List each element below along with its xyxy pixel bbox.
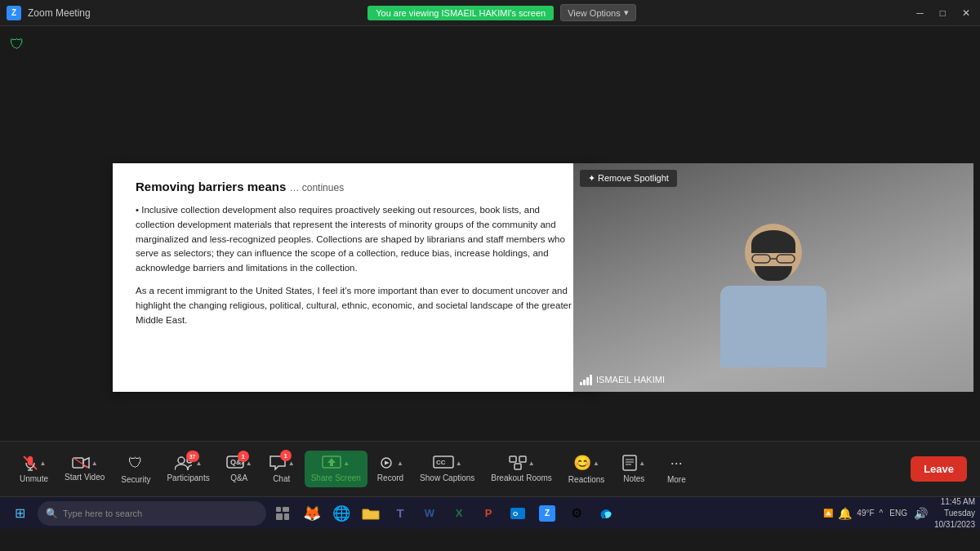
notes-button[interactable]: ▲ Notes: [614, 450, 653, 488]
slide-title: Removing barriers means … continues: [136, 180, 576, 193]
record-chevron-icon[interactable]: ▲: [397, 460, 403, 467]
slide-continues-text: … continues: [289, 182, 344, 193]
taskbar-apps: 🦊 🌐 T W X P O Z ⚙: [299, 500, 820, 527]
taskbar-search-icon: 🔍: [46, 508, 58, 519]
windows-logo-icon: ⊞: [15, 505, 25, 521]
clock-time: 11:45 AM: [934, 496, 975, 508]
qa-icon: Q&A 1: [226, 455, 244, 470]
participants-icon-area: 37 ▲: [175, 455, 203, 470]
chat-button[interactable]: 1 ▲ Chat: [262, 450, 301, 488]
system-tray: 🔼 🔔 49°F ^: [823, 507, 883, 520]
video-label: Start Video: [65, 473, 105, 482]
powerpoint-app[interactable]: P: [475, 500, 501, 527]
speaker-name-text: ISMAEIL HAKIMI: [596, 375, 665, 384]
record-label: Record: [377, 473, 403, 482]
outlook-app[interactable]: O: [505, 500, 531, 527]
chrome-app[interactable]: 🌐: [328, 500, 354, 527]
notes-icon: [622, 455, 637, 471]
camera-icon: [72, 456, 90, 469]
captions-chevron-icon[interactable]: ▲: [456, 460, 462, 467]
notes-chevron-icon[interactable]: ▲: [639, 460, 645, 467]
more-button[interactable]: ··· More: [657, 450, 696, 489]
qa-button[interactable]: Q&A 1 ▲ Q&A: [220, 451, 259, 487]
language-indicator[interactable]: ENG: [889, 509, 907, 518]
participants-icon: 37: [175, 455, 194, 470]
svg-text:CC: CC: [436, 459, 446, 466]
svg-rect-26: [276, 507, 281, 512]
tray-arrow[interactable]: 🔼: [823, 509, 833, 518]
tray-weather-chevron[interactable]: ^: [880, 509, 884, 518]
firefox-app[interactable]: 🦊: [299, 500, 325, 527]
chat-chevron-icon[interactable]: ▲: [288, 460, 295, 467]
security-button[interactable]: 🛡 Security: [114, 450, 157, 489]
speaker-name-label: ISMAEIL HAKIMI: [580, 374, 665, 385]
taskbar-search-box[interactable]: 🔍 Type here to search: [38, 501, 266, 526]
person-head: [745, 224, 802, 281]
share-screen-icon: [322, 455, 341, 470]
person-body: [720, 286, 826, 367]
close-button[interactable]: ✕: [959, 7, 973, 19]
view-options-label: View Options: [568, 8, 621, 18]
reactions-chevron-icon[interactable]: ▲: [593, 460, 599, 467]
security-label: Security: [121, 475, 150, 484]
temperature-display: 49°F: [857, 509, 874, 518]
participants-button[interactable]: 37 ▲ Participants: [160, 451, 216, 487]
start-video-button[interactable]: ▲ Start Video: [58, 451, 111, 487]
share-screen-button[interactable]: ▲ Share Screen: [305, 451, 368, 487]
svg-rect-19: [510, 456, 516, 462]
breakout-rooms-button[interactable]: ▲ Breakout Rooms: [484, 451, 558, 487]
breakout-rooms-icon: [509, 455, 527, 470]
view-options-button[interactable]: View Options ▾: [560, 4, 636, 21]
unmute-button[interactable]: ▲ Unmute: [13, 450, 55, 488]
unmute-icon-area: ▲: [22, 455, 47, 471]
speaker-video: ISMAEIL HAKIMI: [573, 163, 973, 392]
svg-rect-0: [752, 255, 770, 263]
app-title: Zoom Meeting: [28, 7, 91, 19]
share-icon-area: ▲: [322, 455, 350, 470]
slide-title-text: Removing barriers means: [136, 180, 286, 193]
excel-app[interactable]: X: [446, 500, 472, 527]
edge-app[interactable]: [593, 500, 619, 527]
svg-rect-1: [777, 255, 795, 263]
title-bar: Z Zoom Meeting You are viewing ISMAEIL H…: [0, 0, 980, 26]
video-panel: ✦ Remove Spotlight: [573, 163, 973, 392]
clock-day: Tuesday: [934, 508, 975, 519]
qa-label: Q&A: [230, 473, 247, 482]
task-view-button[interactable]: [270, 500, 296, 527]
more-dots-icon: ···: [670, 455, 683, 472]
clock-date: 10/31/2023: [934, 519, 975, 531]
explorer-app[interactable]: [358, 500, 384, 527]
record-button[interactable]: ▲ Record: [371, 451, 410, 487]
zoom-taskbar-app[interactable]: Z: [534, 500, 560, 527]
windows-taskbar: ⊞ 🔍 Type here to search 🦊 🌐 T W X P O: [0, 496, 980, 529]
maximize-button[interactable]: □: [937, 7, 949, 19]
settings-app[interactable]: ⚙: [564, 500, 590, 527]
leave-button[interactable]: Leave: [911, 456, 967, 482]
svg-point-9: [178, 457, 185, 464]
start-button[interactable]: ⊞: [5, 499, 34, 528]
share-chevron-icon[interactable]: ▲: [343, 460, 350, 467]
video-chevron-icon[interactable]: ▲: [91, 460, 98, 467]
explorer-icon: [362, 506, 380, 521]
reactions-button[interactable]: 😊 ▲ Reactions: [562, 449, 611, 489]
reactions-icon-area: 😊 ▲: [573, 454, 599, 472]
taskbar-clock[interactable]: 11:45 AM Tuesday 10/31/2023: [934, 496, 975, 531]
breakout-chevron-icon[interactable]: ▲: [528, 460, 535, 467]
more-label: More: [667, 475, 686, 484]
notification-icon[interactable]: 🔔: [838, 507, 852, 520]
remove-spotlight-button[interactable]: ✦ Remove Spotlight: [580, 170, 677, 187]
record-icon-area: ▲: [377, 455, 403, 470]
volume-icon[interactable]: 🔊: [914, 507, 928, 520]
word-app[interactable]: W: [416, 500, 443, 527]
chat-label: Chat: [273, 474, 290, 483]
teams-app[interactable]: T: [387, 500, 413, 527]
participants-label: Participants: [167, 473, 209, 482]
unmute-chevron-icon[interactable]: ▲: [40, 460, 47, 467]
main-content-area: 🛡 Removing barriers means … continues • …: [0, 26, 980, 441]
slide-paragraph-1: • Inclusive collection development also …: [136, 203, 576, 276]
svg-text:O: O: [513, 510, 518, 518]
person-glasses: [751, 253, 795, 264]
captions-button[interactable]: CC ▲ Show Captions: [413, 451, 481, 487]
captions-icon-area: CC ▲: [433, 455, 462, 470]
minimize-button[interactable]: ─: [913, 7, 927, 19]
